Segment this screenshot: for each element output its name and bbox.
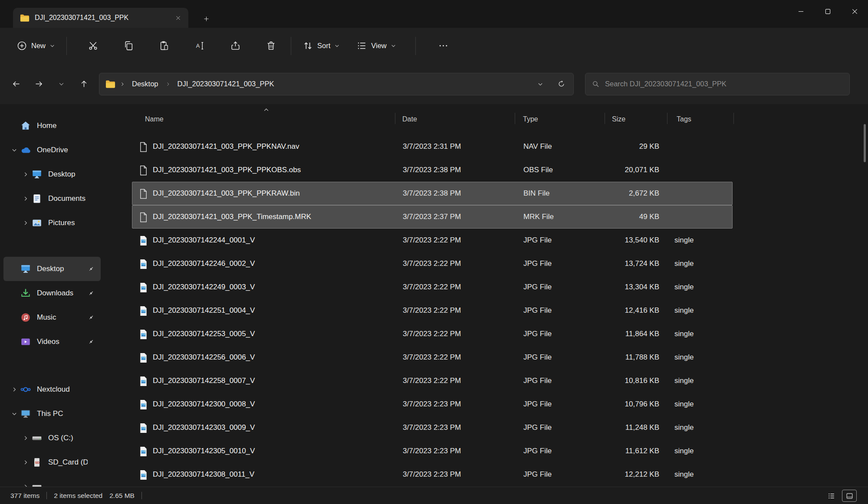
close-button[interactable] (841, 0, 868, 23)
large-thumbnails-view-button[interactable] (842, 490, 857, 502)
breadcrumb-current-folder[interactable]: DJI_202303071421_003_PPK (175, 78, 277, 90)
column-header-name[interactable]: Name (145, 115, 164, 123)
file-row[interactable]: DJI_202303071421_003_PPK_PPKRAW.bin 3/7/… (132, 182, 733, 205)
cut-button[interactable] (80, 35, 106, 57)
file-list: DJI_202303071421_003_PPK_PPKNAV.nav 3/7/… (132, 135, 733, 486)
file-row[interactable]: DJI_20230307142251_0004_V 3/7/2023 2:22 … (132, 299, 733, 322)
back-button[interactable] (6, 74, 26, 94)
vertical-scrollbar[interactable] (864, 124, 866, 162)
sidebar-item[interactable]: Music (3, 305, 101, 330)
details-view-button[interactable] (824, 490, 838, 502)
sidebar-chevron[interactable] (9, 290, 20, 296)
sidebar-item[interactable]: Nextcloud (3, 377, 101, 402)
new-button[interactable]: New (12, 37, 59, 55)
view-button[interactable]: View (352, 37, 400, 55)
file-row[interactable]: DJI_20230307142256_0006_V 3/7/2023 2:22 … (132, 346, 733, 369)
sidebar-item[interactable]: Desktop (3, 162, 101, 187)
sidebar-chevron[interactable] (20, 171, 31, 177)
sidebar-chevron[interactable] (9, 266, 20, 272)
sidebar-chevron[interactable] (9, 386, 20, 393)
address-bar[interactable]: Desktop DJI_202303071421_003_PPK (99, 73, 574, 95)
refresh-button[interactable] (548, 80, 567, 88)
share-button[interactable] (222, 35, 248, 57)
forward-button[interactable] (29, 74, 49, 94)
sidebar-chevron[interactable] (20, 220, 31, 226)
delete-button[interactable] (258, 35, 284, 57)
sidebar-chevron[interactable] (9, 314, 20, 321)
sidebar-chevron[interactable] (9, 147, 20, 153)
sidebar-chevron[interactable] (20, 196, 31, 202)
sidebar-item[interactable]: OS (C:) (3, 426, 101, 450)
file-row[interactable]: DJI_20230307142244_0001_V 3/7/2023 2:22 … (132, 229, 733, 252)
column-divider[interactable] (733, 113, 734, 124)
sidebar-item[interactable]: Pictures (3, 211, 101, 235)
file-row[interactable]: DJI_202303071421_003_PPK_Timestamp.MRK 3… (132, 205, 733, 229)
explorer-tab[interactable]: DJI_202303071421_003_PPK (13, 8, 188, 28)
recent-locations-button[interactable] (51, 74, 71, 94)
file-type: OBS File (523, 166, 553, 174)
sidebar-chevron[interactable] (20, 484, 31, 487)
file-date: 3/7/2023 2:22 PM (403, 376, 461, 385)
minimize-button[interactable] (787, 0, 814, 23)
file-name: DJI_20230307142303_0009_V (153, 423, 255, 432)
more-options-button[interactable] (431, 35, 457, 57)
toolbar-divider (415, 37, 416, 55)
breadcrumb-desktop[interactable]: Desktop (129, 78, 161, 90)
sidebar-item[interactable]: Documents (3, 187, 101, 211)
file-type: JPG File (523, 330, 552, 338)
status-bar: 377 items 2 items selected 2.65 MB (0, 487, 868, 504)
file-type: JPG File (523, 283, 552, 291)
paste-button[interactable] (151, 35, 177, 57)
file-row[interactable]: DJI_202303071421_003_PPK_PPKNAV.nav 3/7/… (132, 135, 733, 158)
sidebar-item[interactable]: Downloads (3, 281, 101, 305)
file-name: DJI_20230307142308_0011_V (153, 470, 254, 479)
up-button[interactable] (74, 74, 94, 94)
sidebar-item-icon (31, 217, 43, 229)
file-row[interactable]: DJI_202303071421_003_PPK_PPKOBS.obs 3/7/… (132, 158, 733, 182)
file-row[interactable]: DJI_20230307142303_0009_V 3/7/2023 2:23 … (132, 416, 733, 439)
details-view-icon (827, 492, 835, 500)
column-divider[interactable] (605, 113, 605, 124)
file-row[interactable]: DJI_20230307142308_0011_V 3/7/2023 2:23 … (132, 463, 733, 486)
sidebar-chevron[interactable] (9, 339, 20, 345)
column-header-size[interactable]: Size (612, 115, 625, 123)
file-row[interactable]: DJI_20230307142305_0010_V 3/7/2023 2:23 … (132, 439, 733, 463)
sidebar-item[interactable]: Videos (3, 330, 101, 354)
file-row[interactable]: DJI_20230307142249_0003_V 3/7/2023 2:22 … (132, 275, 733, 299)
sidebar-chevron[interactable] (9, 123, 20, 129)
new-tab-button[interactable] (201, 13, 212, 24)
file-row[interactable]: DJI_20230307142253_0005_V 3/7/2023 2:22 … (132, 322, 733, 346)
sidebar-chevron[interactable] (20, 435, 31, 441)
column-divider[interactable] (515, 113, 515, 124)
rename-button[interactable] (187, 35, 213, 57)
sidebar-item[interactable]: This PC (3, 402, 101, 426)
search-input[interactable] (605, 80, 843, 88)
selection-size: 2.65 MB (109, 492, 135, 500)
sidebar-item[interactable] (3, 475, 101, 487)
sidebar-item[interactable]: Desktop (3, 257, 101, 281)
file-row[interactable]: DJI_20230307142258_0007_V 3/7/2023 2:22 … (132, 369, 733, 393)
file-name: DJI_20230307142249_0003_V (153, 283, 255, 291)
column-header-date[interactable]: Date (402, 115, 417, 123)
sort-button[interactable]: Sort (298, 37, 344, 55)
file-row[interactable]: DJI_20230307142300_0008_V 3/7/2023 2:23 … (132, 393, 733, 416)
column-header-tags[interactable]: Tags (677, 115, 691, 123)
pin-icon (88, 290, 95, 297)
address-dropdown-button[interactable] (537, 81, 543, 87)
status-divider (46, 492, 47, 499)
maximize-button[interactable] (814, 0, 841, 23)
sidebar-item-icon (31, 481, 43, 487)
column-divider[interactable] (395, 113, 395, 124)
sidebar-item[interactable]: OneDrive (3, 138, 101, 162)
copy-button[interactable] (115, 35, 141, 57)
file-row[interactable]: DJI_20230307142246_0002_V 3/7/2023 2:22 … (132, 252, 733, 275)
column-header-type[interactable]: Type (523, 115, 538, 123)
sidebar-chevron[interactable] (9, 411, 20, 417)
file-tags: single (674, 353, 694, 362)
tab-close-button[interactable] (175, 15, 181, 21)
sidebar-item[interactable]: Home (3, 114, 101, 138)
column-divider[interactable] (667, 113, 667, 124)
sidebar-chevron[interactable] (20, 459, 31, 465)
selection-count: 2 items selected (54, 492, 102, 500)
sidebar-item[interactable]: SD_Card (D:) (3, 450, 101, 475)
